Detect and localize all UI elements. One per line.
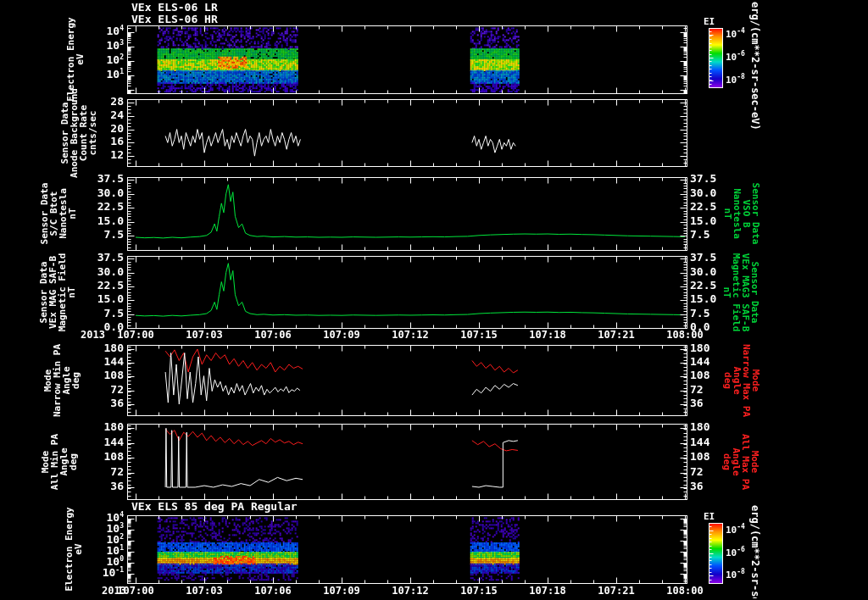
ytick-label-right: 36 <box>690 397 727 409</box>
ytick-label-right: 7.5 <box>690 229 727 241</box>
ytick-label: 15.0 <box>86 293 124 305</box>
panel-left-label-els85: Electron Energy eV <box>64 502 82 597</box>
xtick-label: 107:21 <box>591 330 642 341</box>
ytick-label: 15.0 <box>86 215 124 227</box>
panel-left-label-narrow_pa: Mode Narrow Min PA Angle deg <box>42 338 80 422</box>
colorbar-tick-label: 10-8 <box>726 570 745 581</box>
xtick-label: 107:09 <box>316 586 367 597</box>
ytick-label: 144 <box>86 356 124 368</box>
ytick-label-right: 144 <box>690 356 727 368</box>
ytick-label: 103 <box>86 40 124 52</box>
xtick-label: 107:18 <box>522 330 573 341</box>
plot-page: VEx ELS-06 LR VEx ELS-06 HR VEx ELS 85 d… <box>0 0 868 600</box>
ytick-label-right: 15.0 <box>690 293 727 305</box>
xtick-label: 107:12 <box>385 586 436 597</box>
ytick-label: 7.5 <box>86 308 124 319</box>
panel-right-label-narrow_pa: Mode Narrow Max PA Angle deg <box>722 338 760 422</box>
ytick-label-right: 36 <box>690 481 727 492</box>
ytick-label: 102 <box>86 54 124 66</box>
ytick-label-right: 72 <box>690 384 727 396</box>
xtick-label: 107:12 <box>385 330 436 341</box>
ytick-label-right: 108 <box>690 451 727 463</box>
ytick-label: 30.0 <box>86 187 124 199</box>
colorbar-top-label: EI <box>704 17 715 27</box>
ytick-label: 22.5 <box>86 201 124 213</box>
xtick-label: 107:06 <box>248 586 298 597</box>
ytick-label-right: 180 <box>690 342 727 354</box>
ytick-label-right: 22.5 <box>690 280 727 292</box>
xtick-label: 107:00 <box>110 330 161 341</box>
colorbar-tick-label: 10-8 <box>726 75 745 86</box>
ytick-label-right: 15.0 <box>690 215 727 227</box>
ytick-label: 144 <box>86 436 124 448</box>
ytick-label-right: 30.0 <box>690 266 727 278</box>
xtick-label: 107:03 <box>179 330 230 341</box>
ytick-label-right: 37.5 <box>690 252 727 264</box>
xtick-label: 107:09 <box>316 330 367 341</box>
colorbar-tick-label: 10-6 <box>726 548 745 558</box>
ytick-label: 36 <box>86 397 124 409</box>
panel-left-label-mag_saf_b: Sensor Data VEx MAG SAF-B Magnetic Field… <box>39 247 76 337</box>
xtick-label: 107:21 <box>591 586 642 597</box>
ytick-label: 36 <box>86 481 124 492</box>
colorbar-bottom-label: EI <box>704 512 715 522</box>
ytick-label: 22.5 <box>86 280 124 292</box>
ytick-label: 180 <box>86 421 124 433</box>
ytick-label-right: 37.5 <box>690 173 727 185</box>
ytick-label: 20 <box>86 123 124 135</box>
panel-left-label-all_pa: Mode All Min PA Angle deg <box>41 429 78 495</box>
ytick-label: 72 <box>86 384 124 396</box>
ytick-label: 72 <box>86 466 124 478</box>
ytick-label: 108 <box>86 451 124 463</box>
xtick-label: 107:06 <box>248 330 298 341</box>
ytick-label: 10-1 <box>86 567 124 579</box>
ytick-label: 108 <box>86 369 124 381</box>
xtick-label: 107:03 <box>179 586 230 597</box>
panel-right-label-all_pa: Mode All Max PA Angle deg <box>722 429 760 495</box>
xtick-label: 107:15 <box>453 330 504 341</box>
colorbar-tick-label: 10-4 <box>726 30 745 40</box>
plot-title-els-hr: VEx ELS-06 HR <box>131 14 218 25</box>
ytick-label-right: 22.5 <box>690 201 727 213</box>
ytick-label: 180 <box>86 342 124 354</box>
ytick-label: 16 <box>86 136 124 147</box>
ytick-label-right: 144 <box>690 436 727 448</box>
panel-right-label-sc_btot: Sensor Data VSO B Nanotesla nT <box>722 178 760 250</box>
ytick-label: 28 <box>86 96 124 108</box>
ytick-label-right: 72 <box>690 466 727 478</box>
xtick-label: 107:15 <box>453 586 504 597</box>
panel-right-label-mag_saf_b: Sensor Data VEx MAG3 SAF-B Magnetic Fiel… <box>722 247 760 337</box>
colorbar-tick-label: 10-4 <box>726 525 745 536</box>
plot-title-els-lr: VEx ELS-06 LR <box>131 2 218 14</box>
ytick-label-right: 7.5 <box>690 308 727 319</box>
ytick-label-right: 30.0 <box>690 187 727 199</box>
panel-left-label-sc_btot: Sensor Data S/C Btot Nanotesla nT <box>39 178 76 250</box>
colorbar-bottom-unit: erg/(cm**2-sr-sec-eV) <box>749 505 760 598</box>
xtick-label: 107:18 <box>522 586 573 597</box>
ytick-label: 37.5 <box>86 173 124 185</box>
xtick-label: 107:00 <box>110 586 161 597</box>
ytick-label: 104 <box>86 25 124 37</box>
panel7-title: VEx ELS 85 deg PA Regular <box>131 501 298 513</box>
ytick-label: 12 <box>86 149 124 161</box>
ytick-label-right: 108 <box>690 369 727 381</box>
ytick-label: 37.5 <box>86 252 124 264</box>
ytick-label-right: 180 <box>690 421 727 433</box>
xtick-label: 108:00 <box>659 330 710 341</box>
colorbar-tick-label: 10-6 <box>726 53 745 63</box>
ytick-label: 101 <box>86 69 124 81</box>
ytick-label: 24 <box>86 109 124 121</box>
ytick-label: 30.0 <box>86 266 124 278</box>
ytick-label: 7.5 <box>86 229 124 241</box>
xtick-label: 108:00 <box>659 586 710 597</box>
